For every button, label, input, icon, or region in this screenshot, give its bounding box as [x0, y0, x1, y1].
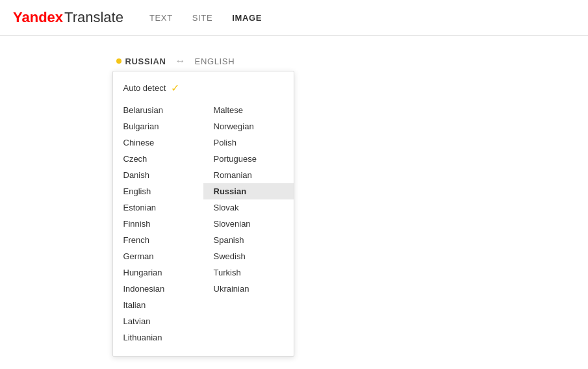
lang-option[interactable]: Spanish [203, 232, 294, 248]
lang-option[interactable]: Czech [113, 151, 203, 167]
auto-detect-option[interactable]: Auto detect ✓ [113, 78, 294, 98]
lang-bar: RUSSIAN ↔ ENGLISH [112, 55, 476, 67]
language-dropdown: Auto detect ✓ BelarusianBulgarianChinese… [112, 71, 294, 357]
lang-option[interactable]: Norwegian [203, 118, 294, 134]
checkmark-icon: ✓ [171, 82, 179, 94]
lang-option[interactable]: Russian [203, 183, 294, 199]
nav-text[interactable]: TEXT [149, 13, 173, 23]
lang-option[interactable]: Romanian [203, 167, 294, 183]
nav-image[interactable]: IMAGE [232, 13, 262, 23]
lang-option[interactable]: Polish [203, 134, 294, 151]
header: Yandex Translate TEXT SITE IMAGE [0, 0, 588, 36]
lang-option[interactable]: Ukrainian [203, 281, 294, 297]
logo: Yandex Translate [13, 9, 123, 26]
lang-option[interactable]: Portuguese [203, 151, 294, 167]
lang-option[interactable]: Hungarian [113, 264, 203, 281]
lang-option[interactable]: Maltese [203, 102, 294, 118]
logo-yandex: Yandex [13, 9, 63, 26]
lang-option[interactable]: English [113, 183, 203, 199]
lang-option[interactable]: Italian [113, 297, 203, 313]
lang-option[interactable]: Belarusian [113, 102, 203, 118]
lang-col-1: BelarusianBulgarianChineseCzechDanishEng… [113, 102, 203, 346]
nav-site[interactable]: SITE [192, 13, 213, 23]
lang-option[interactable]: Swedish [203, 248, 294, 264]
lang-option[interactable]: Finnish [113, 216, 203, 232]
lang-option[interactable]: Lithuanian [113, 329, 203, 346]
swap-lang-button[interactable]: ↔ [175, 55, 186, 67]
languages-grid: BelarusianBulgarianChineseCzechDanishEng… [113, 102, 294, 350]
lang-option[interactable]: Indonesian [113, 281, 203, 297]
main-content: RUSSIAN ↔ ENGLISH Auto detect ✓ Belarusi… [0, 36, 588, 369]
lang-option[interactable]: Estonian [113, 199, 203, 216]
auto-detect-label: Auto detect [123, 83, 166, 93]
source-lang-label: RUSSIAN [125, 57, 166, 66]
lang-option[interactable]: Turkish [203, 264, 294, 281]
lang-option[interactable]: Danish [113, 167, 203, 183]
lang-option[interactable]: German [113, 248, 203, 264]
lang-option[interactable]: Slovenian [203, 216, 294, 232]
lang-option[interactable]: Latvian [113, 313, 203, 329]
lang-col-2: MalteseNorwegianPolishPortugueseRomanian… [203, 102, 294, 346]
lang-option[interactable]: Slovak [203, 199, 294, 216]
lang-option[interactable]: Chinese [113, 134, 203, 151]
source-lang-button[interactable]: RUSSIAN [116, 57, 166, 66]
lang-dot-icon [116, 58, 121, 64]
logo-translate: Translate [64, 9, 123, 26]
lang-option[interactable]: French [113, 232, 203, 248]
target-lang-label[interactable]: ENGLISH [195, 57, 235, 66]
lang-option[interactable]: Bulgarian [113, 118, 203, 134]
nav: TEXT SITE IMAGE [149, 13, 262, 23]
translate-container: RUSSIAN ↔ ENGLISH Auto detect ✓ Belarusi… [112, 55, 476, 357]
